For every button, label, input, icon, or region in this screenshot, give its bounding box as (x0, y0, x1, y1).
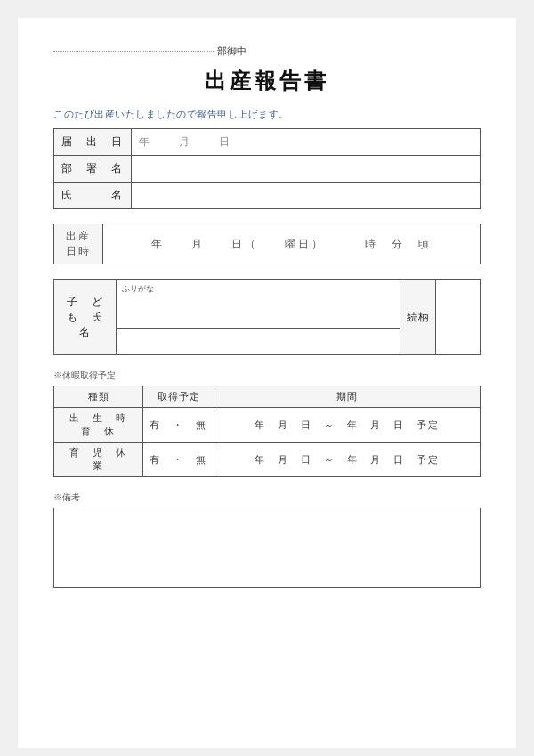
child-name-value (117, 329, 400, 355)
remarks-label: ※備考 (53, 492, 481, 504)
table-row: 出産日時 年 月 日（ 曜日） 時 分 頃 (54, 224, 481, 264)
top-label: 部御中 (217, 45, 247, 58)
leave-plan-1: 有 ・ 無 (143, 408, 214, 443)
leave-period-2: 年 月 日 ～ 年 月 日 予定 (214, 443, 481, 477)
remarks-box (53, 508, 481, 588)
table-row: 届 出 日 年 月 日 (54, 129, 481, 156)
leave-table: 種類 取得予定 期間 出 生 時 育 休 有 ・ 無 年 月 日 ～ 年 月 日… (53, 386, 481, 477)
document-page: 部御中 出産報告書 このたび出産いたしましたので報告申し上げます。 届 出 日 … (18, 18, 516, 748)
furigana-label: ふりがな (122, 283, 394, 295)
value-cell-name (132, 183, 481, 209)
leave-plan-header: 取得予定 (143, 386, 214, 408)
child-name-label: 子 ど も 氏 名 (54, 280, 117, 355)
delivery-label: 出産日時 (54, 224, 103, 264)
delivery-table: 出産日時 年 月 日（ 曜日） 時 分 頃 (53, 224, 481, 264)
leave-note: ※休暇取得予定 (53, 370, 481, 382)
subtitle: このたび出産いたしましたので報告申し上げます。 (53, 108, 481, 121)
dotted-line (53, 51, 214, 52)
table-row: 子 ど も 氏 名 ふりがな 続柄 (54, 280, 481, 329)
label-cell-name: 氏 名 (54, 183, 132, 209)
child-name-furigana: ふりがな (117, 280, 400, 329)
table-row: 育 児 休 業 有 ・ 無 年 月 日 ～ 年 月 日 予定 (54, 443, 481, 477)
zokugara-value (436, 280, 481, 355)
leave-plan-2: 有 ・ 無 (143, 443, 214, 477)
value-cell-date: 年 月 日 (132, 129, 481, 156)
main-title: 出産報告書 (53, 67, 481, 95)
top-line-area: 部御中 (53, 45, 481, 58)
delivery-content: 年 月 日（ 曜日） 時 分 頃 (103, 224, 481, 264)
leave-period-header: 期間 (214, 386, 481, 408)
table-row: 部 署 名 (54, 156, 481, 183)
table-header-row: 種類 取得予定 期間 (54, 386, 481, 408)
zokugara-label: 続柄 (400, 280, 436, 355)
table-row: 出 生 時 育 休 有 ・ 無 年 月 日 ～ 年 月 日 予定 (54, 408, 481, 443)
basic-info-table: 届 出 日 年 月 日 部 署 名 氏 名 (53, 128, 481, 209)
table-row: 氏 名 (54, 183, 481, 209)
value-cell-dept (132, 156, 481, 183)
leave-period-1: 年 月 日 ～ 年 月 日 予定 (214, 408, 481, 443)
child-info-table: 子 ど も 氏 名 ふりがな 続柄 (53, 279, 481, 355)
label-cell-dept: 部 署 名 (54, 156, 132, 183)
label-cell-date: 届 出 日 (54, 129, 132, 156)
leave-type-2: 育 児 休 業 (54, 443, 143, 477)
leave-type-header: 種類 (54, 386, 143, 408)
leave-type-1: 出 生 時 育 休 (54, 408, 143, 443)
